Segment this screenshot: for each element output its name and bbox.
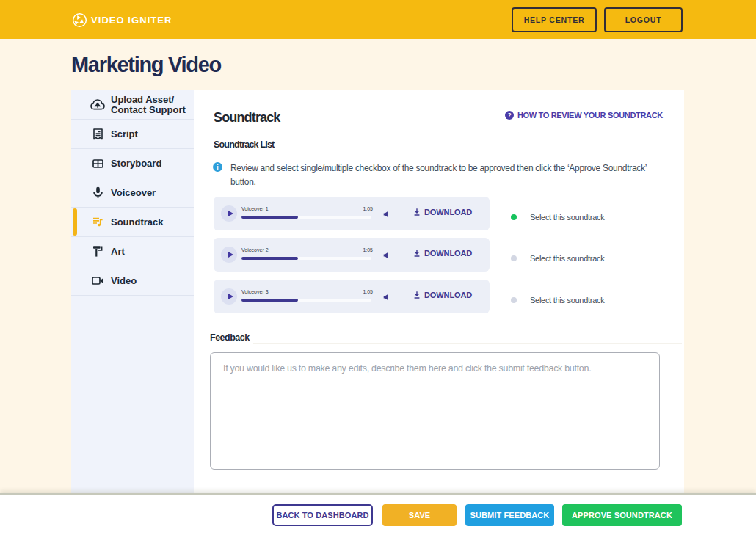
svg-text:?: ? (507, 112, 511, 119)
svg-text:i: i (217, 164, 219, 171)
